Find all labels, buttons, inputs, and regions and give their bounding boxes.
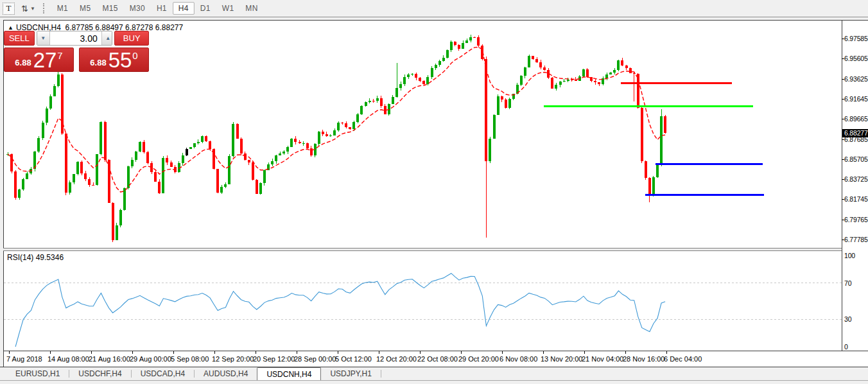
date-axis-label: 6 Nov 08:00: [499, 355, 537, 363]
sell-price-base: 6.88: [15, 58, 31, 67]
timeframe-button-H1[interactable]: H1: [151, 2, 173, 15]
chart-tab-usdcnhh4[interactable]: USDCNH,H4: [257, 367, 321, 380]
cycle-arrows-icon[interactable]: ⇅▼: [21, 4, 35, 13]
date-axis-tick: [502, 351, 503, 354]
date-axis-tick: [338, 351, 338, 354]
timeframe-button-group: M1M5M15M30H1H4D1W1MN: [51, 2, 264, 15]
price-axis-tick: [842, 39, 844, 39]
chart-tab-eurusdh1[interactable]: EURUSD,H1: [6, 367, 69, 380]
top-toolbar: T ⇅▼ M1M5M15M30H1H4D1W1MN: [0, 0, 868, 17]
date-axis-label: 13 Nov 20:00: [541, 355, 582, 363]
timeframe-button-M30[interactable]: M30: [124, 2, 151, 15]
date-axis-tick: [50, 351, 51, 354]
price-axis-label: 6.97585: [844, 35, 868, 42]
timeframe-button-M15[interactable]: M15: [96, 2, 123, 15]
price-axis-tick: [842, 220, 844, 220]
price-axis-tick: [842, 159, 844, 160]
date-axis-label: 29 Oct 20:00: [458, 355, 499, 363]
date-axis-tick: [543, 351, 544, 354]
sell-price-display[interactable]: 6.88 27 7: [4, 48, 74, 72]
timeframe-button-M1[interactable]: M1: [51, 2, 74, 15]
rsi-axis-label: 30: [844, 315, 851, 323]
price-axis-tick: [842, 79, 844, 80]
toolbar-grip: [43, 3, 46, 13]
window-bottom-edge: [0, 380, 868, 384]
price-axis-label: 6.95605: [844, 55, 868, 62]
sell-price-big: 27: [33, 51, 57, 70]
date-axis-label: 5 Oct 12:00: [335, 355, 372, 363]
timeframe-button-H4[interactable]: H4: [173, 2, 195, 15]
timeframe-button-W1[interactable]: W1: [216, 2, 240, 15]
price-axis-label: 6.81745: [844, 195, 868, 203]
buy-button[interactable]: BUY: [114, 31, 149, 46]
date-axis-tick: [297, 351, 297, 354]
date-axis-label: 22 Oct 08:00: [417, 355, 458, 363]
price-axis-tick: [842, 99, 844, 100]
buy-price-big: 55: [108, 51, 132, 70]
date-axis-tick: [625, 351, 626, 354]
date-axis-label: 20 Sep 12:00: [253, 355, 295, 363]
date-axis-tick: [173, 351, 174, 354]
date-axis-tick: [256, 351, 256, 354]
date-axis-tick: [420, 351, 421, 354]
date-axis-label: 21 Aug 16:00: [89, 355, 130, 363]
sell-button[interactable]: SELL: [4, 31, 35, 46]
price-axis-label: 6.85705: [844, 155, 868, 163]
rsi-canvas[interactable]: [4, 251, 842, 351]
price-axis-tick: [842, 119, 844, 119]
price-axis-label: 6.91645: [844, 95, 868, 103]
date-axis-tick: [584, 351, 585, 354]
price-axis-label: 6.89665: [844, 115, 868, 123]
price-axis-tick: [842, 58, 844, 59]
date-axis-tick: [666, 351, 667, 354]
price-axis-tick: [842, 240, 844, 240]
buy-price-sup: 0: [132, 50, 137, 61]
sell-price-sup: 7: [57, 50, 62, 61]
timeframe-button-D1[interactable]: D1: [195, 2, 216, 15]
volume-decrease-button[interactable]: ▼: [37, 31, 50, 45]
chart-tab-usdchfh4[interactable]: USDCHF,H4: [69, 367, 130, 380]
tab-divider: [381, 370, 381, 378]
price-axis-label: 6.93625: [844, 75, 868, 83]
chart-tab-usdcadh4[interactable]: USDCAD,H4: [132, 367, 194, 380]
date-axis-label: 7 Aug 2018: [6, 355, 42, 363]
date-axis-tick: [132, 351, 133, 354]
date-axis-label: 14 Aug 08:00: [48, 355, 89, 363]
volume-stepper: ▼ ▲: [37, 31, 113, 46]
date-axis-label: 21 Nov 04:00: [582, 355, 623, 363]
timeframe-button-M5[interactable]: M5: [74, 2, 96, 15]
buy-price-base: 6.88: [90, 58, 106, 67]
rsi-axis-label: 0: [844, 343, 848, 351]
price-axis[interactable]: [842, 21, 868, 367]
timeframe-button-MN[interactable]: MN: [239, 2, 263, 15]
up-triangle-icon: ▲: [8, 24, 13, 31]
rsi-current-value: 49.5346: [36, 253, 64, 262]
buy-price-display[interactable]: 6.88 55 0: [79, 48, 149, 72]
date-axis-tick: [379, 351, 379, 354]
rsi-indicator-label: RSI(14) 49.5346: [7, 253, 64, 262]
volume-increase-button[interactable]: ▲: [101, 31, 113, 45]
date-axis-tick: [214, 351, 215, 354]
date-axis-label: 12 Oct 20:00: [376, 355, 417, 363]
price-axis-label: 6.79765: [844, 216, 868, 223]
date-axis-label: 29 Aug 00:00: [130, 355, 171, 363]
date-axis-tick: [9, 351, 10, 354]
date-axis-label: 28 Sep 00:00: [294, 355, 336, 363]
price-axis-label: 6.77785: [844, 236, 868, 243]
chevron-down-icon[interactable]: ▼: [30, 6, 35, 12]
chart-tab-bar: EURUSD,H1USDCHF,H4USDCAD,H4AUDUSD,H4USDC…: [0, 367, 868, 380]
volume-input[interactable]: [50, 31, 101, 45]
current-price-tag: 6.88277: [842, 129, 868, 137]
price-axis-tick: [842, 139, 844, 140]
rsi-axis-label: 100: [844, 252, 855, 259]
date-axis[interactable]: 7 Aug 201814 Aug 08:0021 Aug 16:0029 Aug…: [4, 351, 868, 367]
text-tool-button[interactable]: T: [3, 3, 15, 15]
close-value: 6.88277: [155, 23, 183, 32]
price-axis-tick: [842, 199, 844, 200]
date-axis-label: 5 Sep 08:00: [171, 355, 209, 363]
chart-tab-usdjpyh1[interactable]: USDJPY,H1: [321, 367, 380, 380]
date-axis-tick: [91, 351, 92, 354]
chart-tab-audusdh4[interactable]: AUDUSD,H4: [195, 367, 257, 380]
one-click-trading-panel: SELL ▼ ▲ BUY 6.88 27 7 6.88 55 0: [4, 31, 149, 72]
date-axis-label: 28 Nov 16:00: [623, 355, 664, 363]
